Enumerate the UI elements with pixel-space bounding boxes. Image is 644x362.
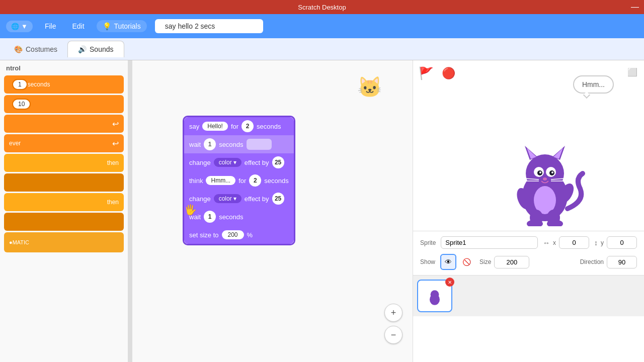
forever-label: ever [9,140,21,147]
tutorials-button[interactable]: 💡 Tutorials [97,20,147,32]
sprite-info: Sprite ↔ x ↕ y Show 👁 🚫 [413,231,644,276]
change2-label: change [189,195,211,203]
say-seconds: seconds [257,123,281,130]
svg-point-12 [543,177,547,180]
tutorials-label: Tutorials [114,22,141,30]
wait1-num[interactable]: 1 [204,138,216,150]
think-num[interactable]: 2 [249,174,261,187]
block-think[interactable]: think Hmm... for 2 seconds [184,171,294,190]
close-button[interactable]: — [631,3,639,12]
zoom-in-button[interactable]: + [384,304,403,322]
block-if-then-2[interactable]: then [4,193,124,211]
say-label: say [189,123,199,130]
say-input[interactable]: Hello! [202,122,228,131]
wait2-seconds: seconds [219,213,243,221]
wait2-num[interactable]: 1 [204,211,216,223]
change1-by: effect by [245,159,269,166]
wait1-label: wait [189,141,201,148]
speech-bubble: Hmm... [573,75,614,94]
block-change-1[interactable]: change color ▾ effect by 25 [184,153,294,171]
block-num-1: 1 [12,79,28,90]
change1-dropdown: color ▾ [214,158,242,167]
block-wait-1[interactable]: wait 1 seconds [184,135,294,153]
direction-group: Direction [580,256,637,268]
block-if-then-1[interactable]: then [4,154,124,172]
tabbar: 🎨 Costumes 🔊 Sounds [0,38,644,60]
stage-cat-small: 🐱 [357,75,385,103]
block-group: say Hello! for 2 seconds wait 1 seconds … [183,116,295,245]
then-label-2: then [107,199,119,206]
show-label: Show [420,258,435,265]
file-menu[interactable]: File [41,20,60,32]
setsize-pct: % [247,231,253,239]
matic-text: MATIC [13,239,29,245]
setsize-label: set size to [189,231,219,239]
blocks-panel: ntrol 1 seconds 10 ↩ ever ↩ then then [0,60,128,362]
block-arrow-1[interactable]: ↩ [4,115,124,133]
code-area[interactable]: 🐱 🖐 say Hello! for 2 seconds wait 1 seco… [132,60,413,362]
block-seconds-label: seconds [28,81,50,88]
blocks-stack: say Hello! for 2 seconds wait 1 seconds … [183,116,295,245]
direction-input[interactable] [607,256,637,268]
zoom-out-button[interactable]: − [384,326,403,344]
dropdown-arrow-2: ▾ [233,195,236,202]
fullscreen-button[interactable]: ⬜ [625,64,640,79]
block-spacer-1[interactable] [4,173,124,192]
edit-menu[interactable]: Edit [68,20,88,32]
x-coord-group: ↔ x [543,236,589,249]
green-flag-button[interactable]: 🚩 [417,64,435,82]
sprite-thumb-1[interactable]: ✕ [417,280,452,312]
svg-point-25 [430,294,440,305]
size-input[interactable] [494,256,529,268]
tab-costumes[interactable]: 🎨 Costumes [4,41,67,57]
change1-effect: color [219,159,232,166]
x-input[interactable] [559,236,589,249]
block-say[interactable]: say Hello! for 2 seconds [184,117,294,135]
sprite-name-row: Sprite ↔ x ↕ y [420,236,637,249]
block-setsize[interactable]: set size to 200 % [184,226,294,244]
block-forever[interactable]: ever ↩ [4,134,124,152]
dropdown-arrow-1: ▾ [233,159,236,166]
y-input[interactable] [607,236,637,249]
costumes-label: Costumes [26,45,57,53]
main-area: ntrol 1 seconds 10 ↩ ever ↩ then then [0,60,644,362]
block-wait-2[interactable]: wait 1 seconds [184,208,294,226]
show-visible-button[interactable]: 👁 [440,254,456,270]
sounds-label: Sounds [90,45,113,53]
block-spacer-2[interactable] [4,213,124,231]
think-for: for [238,177,246,185]
project-name-input[interactable] [155,19,263,33]
arrow-icon-2: ↩ [112,139,119,148]
say-for: for [231,123,238,130]
tab-sounds[interactable]: 🔊 Sounds [67,41,124,57]
setsize-num[interactable]: 200 [222,230,244,239]
panel-divider[interactable] [128,60,132,362]
say-num[interactable]: 2 [242,120,254,132]
stage-controls: 🚩 🔴 [417,64,457,82]
language-button[interactable]: 🌐 ▼ [6,21,33,32]
block-matic[interactable]: ● MATIC [4,232,124,252]
y-coord-group: ↕ y [594,236,637,249]
y-axis-icon: ↕ [594,239,598,247]
sprite-delete-button[interactable]: ✕ [445,278,454,287]
change2-effect: color [219,195,232,202]
right-panel: 🚩 🔴 ⬜ Hmm... [413,60,644,362]
panel-label: ntrol [0,60,128,74]
menubar: 🌐 ▼ File Edit 💡 Tutorials [0,14,644,38]
show-hidden-button[interactable]: 🚫 [458,254,474,270]
block-change-2[interactable]: change color ▾ effect by 25 [184,190,294,208]
matic-label: ● [9,239,13,245]
change2-num[interactable]: 25 [272,193,284,205]
sprite-name-input[interactable] [441,236,538,249]
direction-label: Direction [580,258,604,265]
x-label: x [553,239,556,246]
svg-point-11 [551,171,553,173]
stop-button[interactable]: 🔴 [439,64,457,82]
block-wait-10[interactable]: 10 [4,95,124,113]
think-input[interactable]: Hmm... [206,176,235,185]
change1-num[interactable]: 25 [272,156,284,168]
then-label-1: then [107,159,119,166]
change1-label: change [189,159,211,166]
wait2-label: wait [189,213,201,221]
block-wait-seconds[interactable]: 1 seconds [4,75,124,94]
